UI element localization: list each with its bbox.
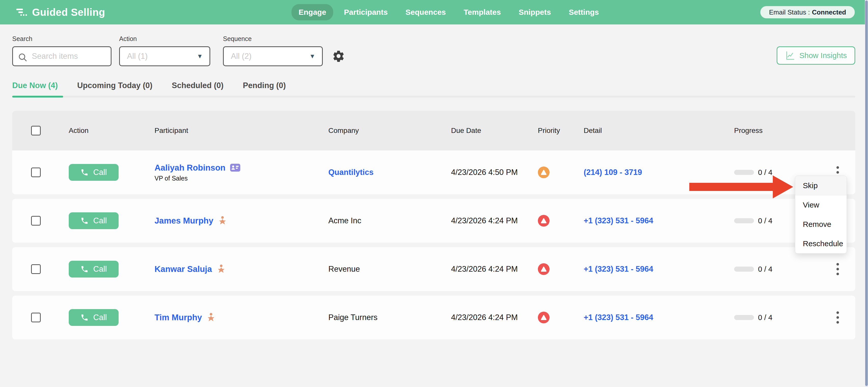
phone-icon bbox=[81, 314, 89, 322]
table-row: Call Kanwar Saluja Revenue 4/23/2026 4:2… bbox=[12, 247, 855, 291]
row-checkbox[interactable] bbox=[31, 264, 41, 274]
star-person-icon bbox=[207, 312, 216, 323]
due-date: 4/23/2026 4:24 PM bbox=[451, 313, 518, 322]
call-button[interactable]: Call bbox=[69, 309, 119, 326]
search-box bbox=[12, 46, 112, 66]
company: Paige Turners bbox=[328, 313, 377, 322]
email-status-label: Email Status : bbox=[769, 8, 810, 16]
menu-item-view[interactable]: View bbox=[795, 195, 847, 215]
priority-icon bbox=[538, 311, 550, 323]
progress-text: 0 / 4 bbox=[758, 217, 772, 225]
detail-phone[interactable]: +1 (323) 531 - 5964 bbox=[584, 216, 653, 225]
detail-phone[interactable]: +1 (323) 531 - 5964 bbox=[584, 265, 653, 274]
show-insights-label: Show Insights bbox=[799, 51, 847, 60]
action-filter-select[interactable]: All (1) ▼ bbox=[119, 46, 210, 66]
column-header-participant: Participant bbox=[138, 126, 313, 135]
subtab-scheduled-0[interactable]: Scheduled (0) bbox=[172, 81, 223, 96]
select-all-checkbox[interactable] bbox=[31, 126, 41, 136]
progress-bar bbox=[734, 267, 754, 272]
scrollbar-thumb[interactable] bbox=[865, 1, 868, 386]
email-status-value: Connected bbox=[812, 8, 846, 16]
settings-gear-button[interactable] bbox=[332, 50, 345, 63]
participant-name[interactable]: James Murphy bbox=[155, 216, 213, 226]
menu-item-reschedule[interactable]: Reschedule bbox=[795, 234, 847, 253]
sequence-filter-select[interactable]: All (2) ▼ bbox=[223, 46, 323, 66]
column-header-priority: Priority bbox=[519, 126, 566, 135]
due-date: 4/23/2026 4:24 PM bbox=[451, 265, 518, 274]
search-icon bbox=[18, 52, 28, 62]
priority-icon bbox=[538, 263, 550, 275]
column-header-action: Action bbox=[51, 126, 138, 135]
active-tab-underline bbox=[12, 96, 63, 97]
navbar: Guided Selling EngageParticipantsSequenc… bbox=[0, 0, 868, 25]
priority-icon bbox=[538, 167, 550, 178]
progress-text: 0 / 4 bbox=[758, 265, 772, 273]
participant-name[interactable]: Kanwar Saluja bbox=[155, 264, 212, 274]
page-scrollbar[interactable] bbox=[865, 0, 868, 387]
nav-tab-participants[interactable]: Participants bbox=[337, 4, 395, 20]
contact-card-icon bbox=[230, 164, 240, 172]
kebab-menu-button[interactable] bbox=[834, 261, 841, 277]
table-row: Call Tim Murphy Paige Turners 4/23/2026 … bbox=[12, 296, 855, 339]
nav-tab-engage[interactable]: Engage bbox=[291, 4, 333, 20]
row-checkbox[interactable] bbox=[31, 168, 41, 177]
company: Acme Inc bbox=[328, 216, 361, 225]
tab-underline-track bbox=[12, 96, 855, 97]
sequence-filter-value: All (2) bbox=[224, 52, 251, 61]
action-filter-label: Action bbox=[119, 35, 210, 43]
priority-icon bbox=[538, 215, 550, 227]
menu-item-skip[interactable]: Skip bbox=[795, 176, 847, 195]
due-date: 4/23/2026 4:24 PM bbox=[451, 216, 518, 225]
chevron-down-icon: ▼ bbox=[197, 53, 203, 60]
subtab-pending-0[interactable]: Pending (0) bbox=[243, 81, 286, 96]
phone-icon bbox=[81, 217, 89, 225]
table-header: Action Participant Company Due Date Prio… bbox=[12, 111, 855, 150]
column-header-due-date: Due Date bbox=[435, 126, 519, 135]
row-context-menu: SkipViewRemoveReschedule bbox=[795, 176, 847, 254]
participant-title: VP of Sales bbox=[155, 175, 240, 182]
detail-phone[interactable]: (214) 109 - 3719 bbox=[584, 168, 642, 177]
nav-tab-sequences[interactable]: Sequences bbox=[398, 4, 453, 20]
gear-icon bbox=[332, 50, 345, 63]
nav-tab-templates[interactable]: Templates bbox=[457, 4, 508, 20]
filter-bar: Search Action All (1) ▼ Sequence All (2)… bbox=[12, 25, 855, 80]
logo-icon bbox=[16, 9, 28, 16]
menu-item-remove[interactable]: Remove bbox=[795, 215, 847, 234]
row-checkbox[interactable] bbox=[31, 216, 41, 226]
detail-phone[interactable]: +1 (323) 531 - 5964 bbox=[584, 313, 653, 322]
progress-text: 0 / 4 bbox=[758, 314, 772, 322]
participant-name[interactable]: Aaliyah Robinson bbox=[155, 163, 225, 173]
show-insights-button[interactable]: Show Insights bbox=[777, 46, 855, 65]
company: Revenue bbox=[328, 265, 360, 274]
search-label: Search bbox=[12, 35, 112, 43]
nav-tab-settings[interactable]: Settings bbox=[561, 4, 606, 20]
star-person-icon bbox=[217, 264, 226, 274]
progress-bar bbox=[734, 218, 754, 223]
subtab-due-now-4[interactable]: Due Now (4) bbox=[12, 81, 58, 96]
star-person-icon bbox=[218, 216, 227, 226]
due-date: 4/23/2026 4:50 PM bbox=[451, 168, 518, 177]
table-row: Call Aaliyah Robinson VP of Sales Quanti… bbox=[12, 150, 855, 194]
subtab-upcoming-today-0[interactable]: Upcoming Today (0) bbox=[77, 81, 152, 96]
email-status-badge: Email Status : Connected bbox=[760, 6, 855, 18]
progress-bar bbox=[734, 315, 754, 320]
phone-icon bbox=[81, 265, 89, 273]
line-chart-icon bbox=[785, 51, 795, 61]
call-button[interactable]: Call bbox=[69, 261, 119, 277]
action-filter-value: All (1) bbox=[120, 52, 148, 61]
company: Quantilytics bbox=[328, 168, 373, 177]
row-checkbox[interactable] bbox=[31, 312, 41, 322]
queue-tabs: Due Now (4)Upcoming Today (0)Scheduled (… bbox=[12, 81, 855, 97]
call-button[interactable]: Call bbox=[69, 164, 119, 181]
brand: Guided Selling bbox=[16, 7, 105, 18]
table-row: Call James Murphy Acme Inc 4/23/2026 4:2… bbox=[12, 199, 855, 243]
chevron-down-icon: ▼ bbox=[309, 53, 315, 60]
progress-text: 0 / 4 bbox=[758, 168, 772, 177]
phone-icon bbox=[81, 168, 89, 176]
nav-tab-snippets[interactable]: Snippets bbox=[512, 4, 558, 20]
main-nav: EngageParticipantsSequencesTemplatesSnip… bbox=[291, 0, 606, 25]
call-button[interactable]: Call bbox=[69, 212, 119, 229]
sequence-filter-label: Sequence bbox=[223, 35, 323, 43]
kebab-menu-button[interactable] bbox=[834, 309, 841, 326]
participant-name[interactable]: Tim Murphy bbox=[155, 312, 202, 322]
